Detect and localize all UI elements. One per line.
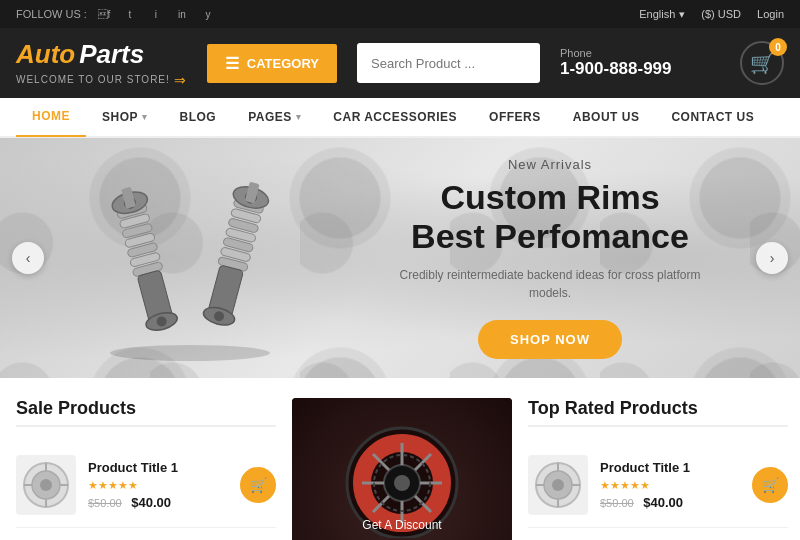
lang-chevron-icon: ▾ [679, 8, 685, 21]
top-rated-1-add-cart[interactable]: 🛒 [752, 467, 788, 503]
top-rated-1-thumb [528, 455, 588, 515]
svg-point-40 [394, 475, 410, 491]
top-cart-icon-1: 🛒 [762, 477, 779, 493]
hero-banner: ‹ [0, 138, 800, 378]
login-button[interactable]: Login [757, 8, 784, 20]
shop-chevron-icon: ▾ [142, 112, 148, 122]
top-rated-1-new-price: $40.00 [643, 495, 683, 510]
discount-banner: Get A Discount 30% OFF VIEW DETAILS [292, 398, 512, 540]
facebook-icon[interactable]: f [95, 5, 113, 23]
discount-percentage: 30% OFF [308, 534, 496, 540]
hero-content: New Arrivals Custom Rims Best Perfomance… [380, 157, 720, 359]
nav-home[interactable]: HOME [16, 97, 86, 137]
hero-title: Custom Rims Best Perfomance [380, 178, 720, 256]
top-rated-product-1: Product Title 1 ★★★★★ $50.00 $40.00 🛒 [528, 443, 788, 528]
cart-add-icon: 🛒 [250, 477, 267, 493]
top-bar-left: FOLLOW US : f t i in y [16, 5, 217, 23]
main-nav: HOME SHOP ▾ BLOG PAGES ▾ CAR ACCESSORIES… [0, 98, 800, 138]
svg-point-26 [110, 345, 270, 361]
top-rated-1-name: Product Title 1 [600, 460, 740, 475]
logo-arrows-icon: ⇒ [174, 72, 187, 88]
logo-auto: Auto [16, 39, 75, 70]
sale-product-1-old-price: $50.00 [88, 497, 122, 509]
nav-pages[interactable]: PAGES ▾ [232, 97, 317, 137]
nav-shop[interactable]: SHOP ▾ [86, 97, 164, 137]
sale-product-1-info: Product Title 1 ★★★★★ $50.00 $40.00 [88, 460, 228, 510]
phone-section: Phone 1-900-888-999 [560, 47, 720, 79]
top-bar-right: English ▾ ($) USD Login [639, 8, 784, 21]
hero-product-image [60, 148, 340, 368]
logo-parts: Parts [79, 39, 144, 70]
twitter-icon[interactable]: t [121, 5, 139, 23]
sale-product-1: Product Title 1 ★★★★★ $50.00 $40.00 🛒 [16, 443, 276, 528]
social-icons: f t i in y [95, 5, 217, 23]
sale-product-1-add-cart[interactable]: 🛒 [240, 467, 276, 503]
nav-car-accessories[interactable]: CAR ACCESSORIES [317, 97, 473, 137]
phone-label: Phone [560, 47, 720, 59]
top-bar: FOLLOW US : f t i in y English ▾ ($) US… [0, 0, 800, 28]
sale-products-title: Sale Products [16, 398, 276, 427]
nav-about[interactable]: ABOUT US [557, 97, 656, 137]
cart-badge: 0 [769, 38, 787, 56]
top-rated-section: Top Rated Products Product Title 1 ★★★★★… [528, 398, 788, 540]
language-selector[interactable]: English ▾ [639, 8, 685, 21]
products-section: Sale Products Product Title 1 ★★★★★ $50.… [0, 378, 800, 540]
sale-product-1-price: $50.00 $40.00 [88, 495, 228, 510]
nav-blog[interactable]: BLOG [164, 97, 233, 137]
phone-number: 1-900-888-999 [560, 59, 720, 79]
top-rated-1-info: Product Title 1 ★★★★★ $50.00 $40.00 [600, 460, 740, 510]
chevron-left-icon: ‹ [26, 250, 31, 266]
logo-subtitle: WELCOME TO OUR STORE! ⇒ [16, 72, 187, 88]
currency-selector[interactable]: ($) USD [701, 8, 741, 20]
sale-product-1-name: Product Title 1 [88, 460, 228, 475]
category-icon: ☰ [225, 54, 239, 73]
shop-now-button[interactable]: SHOP NOW [478, 320, 622, 359]
youtube-icon[interactable]: y [199, 5, 217, 23]
language-label: English [639, 8, 675, 20]
sale-products-section: Sale Products Product Title 1 ★★★★★ $50.… [16, 398, 276, 540]
hero-subtitle: New Arrivals [380, 157, 720, 172]
sale-product-1-new-price: $40.00 [131, 495, 171, 510]
hero-next-button[interactable]: › [756, 242, 788, 274]
pages-chevron-icon: ▾ [296, 112, 302, 122]
header: Auto Parts WELCOME TO OUR STORE! ⇒ ☰ CAT… [0, 28, 800, 98]
hero-description: Credibly reintermediate backend ideas fo… [380, 266, 720, 302]
cart-icon: 🛒 [750, 51, 775, 75]
sale-product-1-stars: ★★★★★ [88, 479, 228, 492]
svg-point-52 [552, 479, 564, 491]
category-button[interactable]: ☰ CATEGORY [207, 44, 337, 83]
follow-label: FOLLOW US : [16, 8, 87, 20]
nav-offers[interactable]: OFFERS [473, 97, 557, 137]
top-rated-1-old-price: $50.00 [600, 497, 634, 509]
linkedin-icon[interactable]: in [173, 5, 191, 23]
sale-product-1-thumb [16, 455, 76, 515]
logo: Auto Parts WELCOME TO OUR STORE! ⇒ [16, 39, 187, 88]
top-rated-1-stars: ★★★★★ [600, 479, 740, 492]
sale-product-2: Product Title 2 ★★★★★ $50.00 $40.00 🛒 [16, 528, 276, 540]
discount-text: Get A Discount 30% OFF VIEW DETAILS [292, 510, 512, 540]
top-rated-1-price: $50.00 $40.00 [600, 495, 740, 510]
search-bar: 🔍 [357, 43, 540, 83]
hero-prev-button[interactable]: ‹ [12, 242, 44, 274]
search-input[interactable] [357, 43, 540, 83]
instagram-icon[interactable]: i [147, 5, 165, 23]
svg-point-29 [40, 479, 52, 491]
get-discount-label: Get A Discount [308, 518, 496, 532]
top-rated-title: Top Rated Products [528, 398, 788, 427]
cart-button[interactable]: 🛒 0 [740, 41, 784, 85]
chevron-right-icon: › [770, 250, 775, 266]
logo-text: Auto Parts [16, 39, 187, 70]
top-rated-product-2: Product Title 2 ★★★★★ $50.00 $40.00 🛒 [528, 528, 788, 540]
nav-contact[interactable]: CONTACT US [655, 97, 770, 137]
